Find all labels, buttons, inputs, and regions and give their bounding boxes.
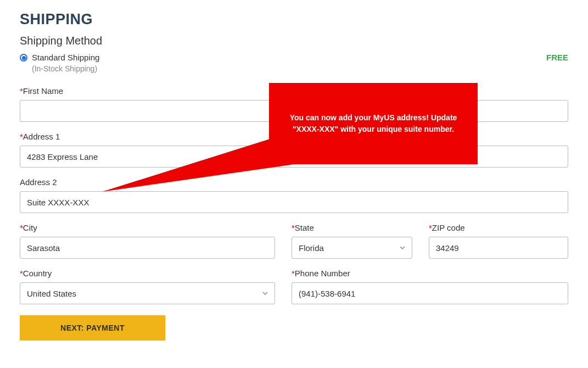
radio-icon[interactable] [20,54,27,62]
shipping-method-sublabel: (In-Stock Shipping) [32,64,99,73]
first-name-label: *First Name [20,86,286,96]
zip-label: *ZIP code [429,223,568,232]
zip-input[interactable] [429,237,568,259]
shipping-price: FREE [546,53,568,62]
state-label: *State [292,223,412,232]
address2-label-text: Address 2 [20,177,57,187]
phone-label-text: Phone Number [295,269,350,278]
city-group: *City [20,223,275,259]
state-label-text: State [295,223,314,232]
city-label-text: City [23,223,37,232]
zip-label-text: ZIP code [432,223,465,232]
first-name-input[interactable] [20,100,286,122]
shipping-form: You can now add your MyUS address! Updat… [20,86,568,304]
state-select[interactable]: Florida [292,237,412,259]
shipping-method-heading: Shipping Method [20,35,568,47]
address1-label-text: Address 1 [23,132,60,141]
phone-group: *Phone Number [292,269,568,304]
shipping-method-label: Standard Shipping [32,53,99,62]
first-name-group: *First Name [20,86,286,122]
country-select[interactable]: United States [20,282,275,304]
shipping-heading: SHIPPING [20,11,568,28]
address2-group: Address 2 [20,177,568,213]
city-input[interactable] [20,237,275,259]
shipping-method-option[interactable]: Standard Shipping (In-Stock Shipping) [20,53,99,73]
state-group: *State Florida [292,223,412,259]
callout-box: You can now add your MyUS address! Updat… [269,83,478,164]
country-group: *Country United States [20,269,275,304]
address2-label: Address 2 [20,177,568,187]
next-payment-button[interactable]: NEXT: PAYMENT [20,315,165,341]
country-label: *Country [20,269,275,278]
zip-group: *ZIP code [429,223,568,259]
first-name-label-text: First Name [23,86,63,96]
phone-label: *Phone Number [292,269,568,278]
city-label: *City [20,223,275,232]
address2-input[interactable] [20,191,568,213]
phone-input[interactable] [292,282,568,304]
shipping-method-row: Standard Shipping (In-Stock Shipping) FR… [20,53,568,73]
country-label-text: Country [23,269,52,278]
